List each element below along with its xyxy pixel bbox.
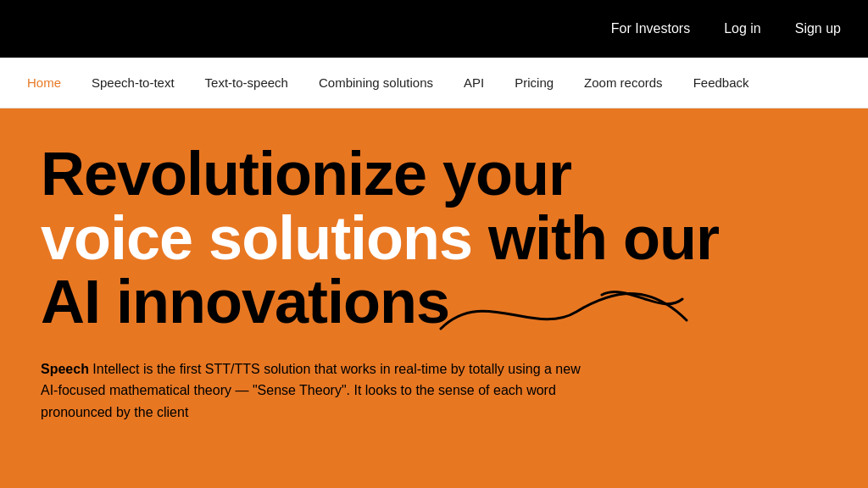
nav-stt[interactable]: Speech-to-text (92, 75, 175, 90)
nav-combining[interactable]: Combining solutions (319, 75, 433, 90)
nav-feedback[interactable]: Feedback (693, 75, 749, 90)
hero-line3: AI innovations (41, 268, 449, 336)
nav-pricing[interactable]: Pricing (515, 75, 554, 90)
hero-body: Speech Intellect is the first STT/TTS so… (41, 358, 592, 424)
for-investors-link[interactable]: For Investors (611, 21, 690, 36)
hero-headline: Revolutionize your voice solutions with … (41, 142, 770, 335)
signup-link[interactable]: Sign up (795, 21, 841, 36)
hero-body-bold: Speech (41, 362, 89, 376)
decorative-swirl-icon (432, 278, 695, 346)
hero-body-rest: Intellect is the first STT/TTS solution … (41, 362, 581, 419)
top-bar: For Investors Log in Sign up (0, 0, 868, 58)
login-link[interactable]: Log in (724, 21, 761, 36)
hero-line1: Revolutionize your (41, 140, 571, 208)
nav-bar: Home Speech-to-text Text-to-speech Combi… (0, 58, 868, 108)
nav-home[interactable]: Home (27, 75, 61, 90)
nav-api[interactable]: API (464, 75, 484, 90)
nav-zoom[interactable]: Zoom records (584, 75, 663, 90)
hero-line2-highlight: voice solutions (41, 204, 472, 272)
hero-section: Revolutionize your voice solutions with … (0, 108, 868, 488)
nav-tts[interactable]: Text-to-speech (205, 75, 288, 90)
hero-line2-rest: with our (472, 204, 719, 272)
